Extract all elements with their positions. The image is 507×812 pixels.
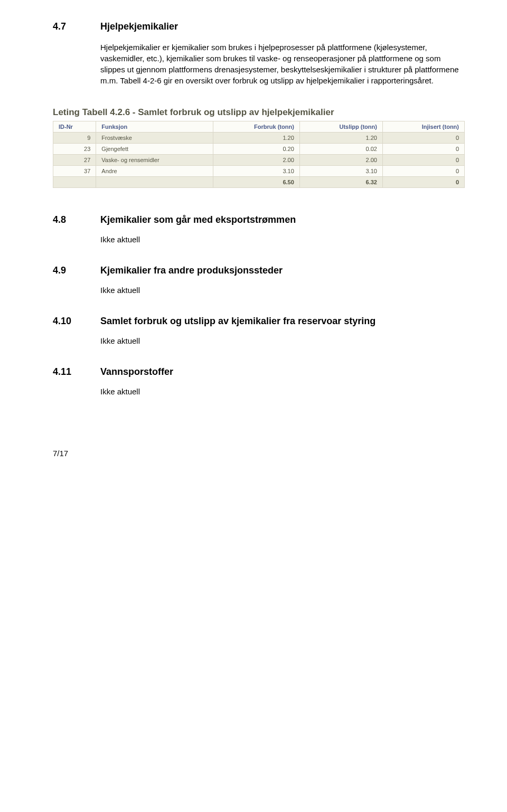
- col-injisert: Injisert (tonn): [382, 121, 464, 133]
- cell-forbruk: 1.20: [213, 133, 299, 144]
- cell-funksjon: Frostvæske: [96, 133, 213, 144]
- table-title: Leting Tabell 4.2.6 - Samlet forbruk og …: [53, 107, 465, 118]
- section-heading: 4.7 Hjelpekjemikalier: [53, 21, 465, 32]
- cell-injisert: 0: [382, 155, 464, 166]
- section-heading: 4.9 Kjemikalier fra andre produksjonsste…: [53, 265, 465, 276]
- section-number: 4.9: [53, 265, 100, 276]
- cell-forbruk: 3.10: [213, 166, 299, 177]
- cell-injisert: 0: [382, 166, 464, 177]
- section-4-9: 4.9 Kjemikalier fra andre produksjonsste…: [53, 265, 465, 295]
- not-applicable: Ikke aktuell: [100, 286, 465, 295]
- section-heading: 4.10 Samlet forbruk og utslipp av kjemik…: [53, 316, 465, 327]
- cell-utslipp: 2.00: [299, 155, 382, 166]
- section-title: Vannsporstoffer: [100, 366, 173, 377]
- cell-total-injisert: 0: [382, 177, 464, 188]
- cell-id: 9: [53, 133, 96, 144]
- not-applicable: Ikke aktuell: [100, 336, 465, 345]
- col-funksjon: Funksjon: [96, 121, 213, 133]
- cell-total-utslipp: 6.32: [299, 177, 382, 188]
- cell-forbruk: 2.00: [213, 155, 299, 166]
- section-number: 4.8: [53, 214, 100, 225]
- section-title: Kjemikalier fra andre produksjonssteder: [100, 265, 283, 276]
- table-row: 9 Frostvæske 1.20 1.20 0: [53, 133, 465, 144]
- cell-id: 27: [53, 155, 96, 166]
- cell-funksjon: Gjengefett: [96, 144, 213, 155]
- table-row: 27 Vaske- og rensemidler 2.00 2.00 0: [53, 155, 465, 166]
- cell-funksjon: Andre: [96, 166, 213, 177]
- not-applicable: Ikke aktuell: [100, 387, 465, 396]
- cell-utslipp: 1.20: [299, 133, 382, 144]
- table-total-row: 6.50 6.32 0: [53, 177, 465, 188]
- table-row: 23 Gjengefett 0.20 0.02 0: [53, 144, 465, 155]
- cell-injisert: 0: [382, 133, 464, 144]
- cell-empty: [96, 177, 213, 188]
- table-header-row: ID-Nr Funksjon Forbruk (tonn) Utslipp (t…: [53, 121, 465, 133]
- section-4-8: 4.8 Kjemikalier som går med eksportstrøm…: [53, 214, 465, 244]
- not-applicable: Ikke aktuell: [100, 235, 465, 244]
- cell-forbruk: 0.20: [213, 144, 299, 155]
- section-heading: 4.11 Vannsporstoffer: [53, 366, 465, 377]
- section-4-11: 4.11 Vannsporstoffer Ikke aktuell: [53, 366, 465, 396]
- cell-total-forbruk: 6.50: [213, 177, 299, 188]
- section-number: 4.10: [53, 316, 100, 327]
- cell-utslipp: 3.10: [299, 166, 382, 177]
- section-number: 4.11: [53, 366, 100, 377]
- section-number: 4.7: [53, 21, 100, 32]
- section-title: Samlet forbruk og utslipp av kjemikalier…: [100, 316, 375, 327]
- col-forbruk: Forbruk (tonn): [213, 121, 299, 133]
- section-4-7: 4.7 Hjelpekjemikalier Hjelpekjemikalier …: [53, 21, 465, 86]
- col-id: ID-Nr: [53, 121, 96, 133]
- section-body: Hjelpekjemikalier er kjemikalier som bru…: [100, 42, 465, 86]
- col-utslipp: Utslipp (tonn): [299, 121, 382, 133]
- table-row: 37 Andre 3.10 3.10 0: [53, 166, 465, 177]
- cell-funksjon: Vaske- og rensemidler: [96, 155, 213, 166]
- cell-injisert: 0: [382, 144, 464, 155]
- section-heading: 4.8 Kjemikalier som går med eksportstrøm…: [53, 214, 465, 225]
- section-4-10: 4.10 Samlet forbruk og utslipp av kjemik…: [53, 316, 465, 345]
- cell-utslipp: 0.02: [299, 144, 382, 155]
- section-title: Kjemikalier som går med eksportstrømmen: [100, 214, 296, 225]
- page-number: 7/17: [53, 449, 465, 458]
- cell-id: 37: [53, 166, 96, 177]
- section-title: Hjelpekjemikalier: [100, 21, 178, 32]
- cell-empty: [53, 177, 96, 188]
- chemicals-table: ID-Nr Funksjon Forbruk (tonn) Utslipp (t…: [53, 121, 465, 188]
- cell-id: 23: [53, 144, 96, 155]
